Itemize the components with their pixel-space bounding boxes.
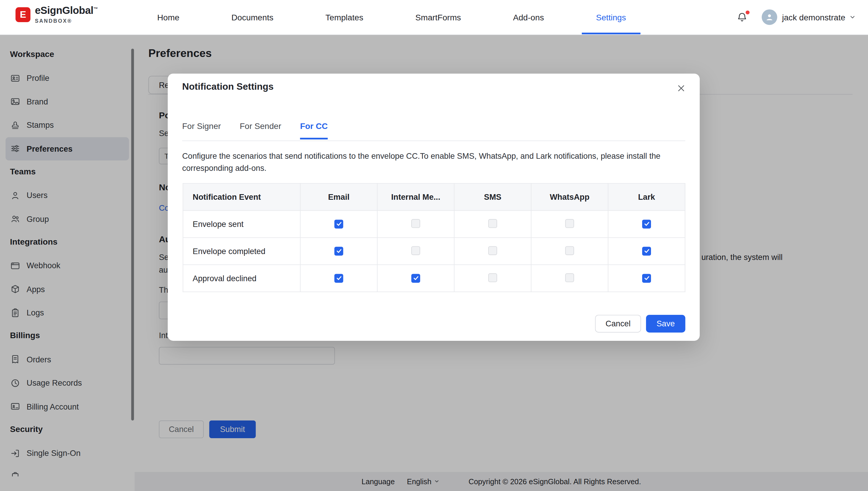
tab-for-signer[interactable]: For Signer <box>182 121 221 140</box>
save-button[interactable]: Save <box>646 315 685 333</box>
checkbox-envelope-sent-sms[interactable] <box>488 219 497 228</box>
modal-actions: Cancel Save <box>595 315 685 333</box>
column-header-sms: SMS <box>454 183 531 211</box>
avatar <box>762 9 777 25</box>
checkbox-approval-declined-internal[interactable] <box>411 274 420 283</box>
trademark-symbol: ™ <box>93 6 98 11</box>
tab-for-sender[interactable]: For Sender <box>240 121 281 140</box>
checkbox-approval-declined-sms[interactable] <box>488 273 497 282</box>
nav-item-smartforms[interactable]: SmartForms <box>401 0 475 34</box>
nav-item-documents[interactable]: Documents <box>217 0 288 34</box>
checkbox-approval-declined-lark[interactable] <box>642 274 651 283</box>
notification-settings-modal: Notification Settings For Signer For Sen… <box>168 74 700 341</box>
table-row: Approval declined <box>183 265 685 292</box>
main-nav: Home Documents Templates SmartForms Add-… <box>143 0 640 34</box>
close-icon[interactable] <box>674 82 688 95</box>
notifications-button[interactable] <box>737 12 747 22</box>
column-header-email: Email <box>300 183 377 211</box>
column-header-lark: Lark <box>608 183 685 211</box>
event-label: Envelope sent <box>183 210 301 237</box>
checkbox-envelope-completed-whatsapp[interactable] <box>565 246 574 255</box>
app-root: E eSignGlobal™ SANDBOX® Home Documents T… <box>0 0 868 491</box>
tab-for-cc[interactable]: For CC <box>300 121 328 140</box>
logo-icon: E <box>16 7 31 22</box>
cancel-button[interactable]: Cancel <box>595 315 641 333</box>
checkbox-envelope-sent-lark[interactable] <box>642 220 651 228</box>
user-menu[interactable]: jack demonstrate <box>762 9 856 25</box>
user-name: jack demonstrate <box>782 12 845 22</box>
checkbox-envelope-completed-lark[interactable] <box>642 247 651 256</box>
column-header-whatsapp: WhatsApp <box>531 183 608 211</box>
bell-icon <box>737 12 747 22</box>
checkbox-approval-declined-whatsapp[interactable] <box>565 273 574 282</box>
modal-title: Notification Settings <box>182 82 274 93</box>
nav-item-templates[interactable]: Templates <box>311 0 378 34</box>
chevron-down-icon <box>849 14 856 21</box>
checkbox-envelope-sent-email[interactable] <box>335 220 343 228</box>
nav-item-addons[interactable]: Add-ons <box>499 0 558 34</box>
table-row: Envelope sent <box>183 210 685 237</box>
modal-tabs: For Signer For Sender For CC <box>182 121 328 140</box>
nav-item-home[interactable]: Home <box>143 0 194 34</box>
brand-name: eSignGlobal <box>35 4 93 16</box>
column-header-internal-message: Internal Me... <box>377 183 454 211</box>
table-header-row: Notification Event Email Internal Me... … <box>183 183 685 211</box>
table-row: Envelope completed <box>183 237 685 265</box>
checkbox-approval-declined-email[interactable] <box>335 274 343 283</box>
notification-table: Notification Event Email Internal Me... … <box>183 183 685 292</box>
tab-divider <box>182 140 685 141</box>
checkbox-envelope-completed-sms[interactable] <box>488 246 497 255</box>
environment-label: SANDBOX® <box>35 18 98 23</box>
checkbox-envelope-completed-internal[interactable] <box>411 246 420 255</box>
checkbox-envelope-completed-email[interactable] <box>335 247 343 256</box>
modal-description: Configure the scenarios that send notifi… <box>182 150 683 174</box>
column-header-event: Notification Event <box>183 183 301 211</box>
notification-badge <box>746 10 749 14</box>
nav-item-settings[interactable]: Settings <box>582 0 640 34</box>
event-label: Envelope completed <box>183 237 301 265</box>
event-label: Approval declined <box>183 265 301 292</box>
top-navbar: E eSignGlobal™ SANDBOX® Home Documents T… <box>0 0 868 35</box>
topbar-right: jack demonstrate <box>737 0 856 34</box>
checkbox-envelope-sent-whatsapp[interactable] <box>565 219 574 228</box>
brand-logo[interactable]: E eSignGlobal™ SANDBOX® <box>16 6 98 23</box>
checkbox-envelope-sent-internal[interactable] <box>411 219 420 228</box>
